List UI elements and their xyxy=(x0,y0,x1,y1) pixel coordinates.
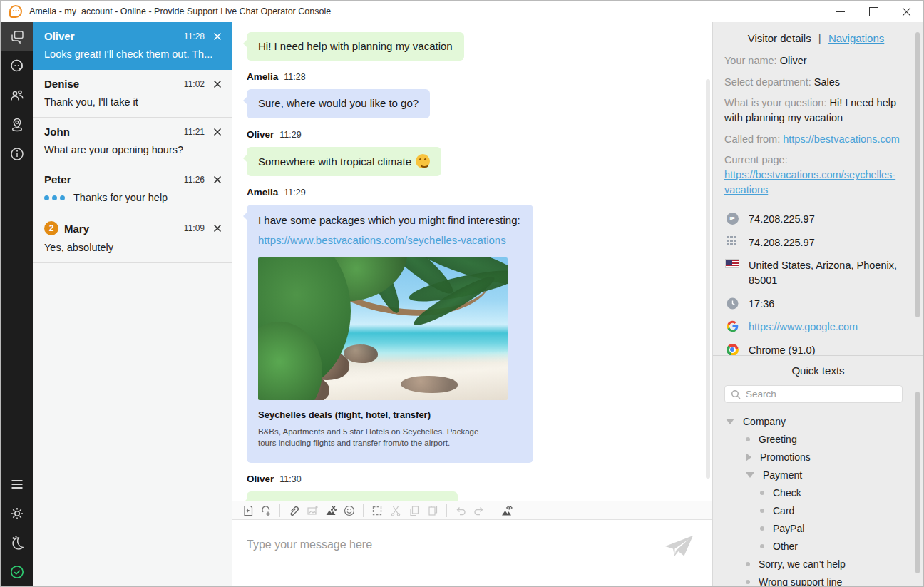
chat-time: 11:09 xyxy=(184,223,205,233)
tree-item-wrong-support-line[interactable]: Wrong support line xyxy=(724,573,912,586)
close-chat-icon[interactable] xyxy=(213,128,222,136)
bullet-icon xyxy=(760,509,764,513)
maximize-icon[interactable] xyxy=(869,7,878,16)
quick-texts-scrollbar[interactable] xyxy=(915,392,920,573)
chat-list-item-oliver[interactable]: Oliver 11:28 Looks great! I'll check the… xyxy=(33,22,232,70)
sidebar-item-operator[interactable] xyxy=(1,51,33,81)
tree-item-card[interactable]: Card xyxy=(724,501,912,519)
close-icon[interactable] xyxy=(902,7,910,16)
field-your-name: Your name: Oliver xyxy=(724,53,908,68)
info-icon xyxy=(9,146,26,163)
chat-list-item-peter[interactable]: Peter 11:26 Thanks for your help xyxy=(33,165,232,213)
chat-list-item-denise[interactable]: Denise 11:02 Thank you, I'll take it xyxy=(33,70,232,118)
field-question: What is your question: Hi! I need help w… xyxy=(724,96,908,126)
message-time: 11:30 xyxy=(279,474,301,484)
close-chat-icon[interactable] xyxy=(213,80,222,88)
link-preview-description: B&Bs, Apartments and 5 star Hotels on Se… xyxy=(258,426,493,449)
visitor-name: Peter xyxy=(44,173,71,185)
message-time: 11:28 xyxy=(284,72,305,82)
bullet-icon xyxy=(760,526,764,531)
chevron-collapsed-icon[interactable] xyxy=(746,453,751,461)
add-quick-text-icon[interactable] xyxy=(257,502,275,519)
visitor-details-scrollbar[interactable] xyxy=(915,32,920,317)
provide-support-logo-icon xyxy=(9,5,22,18)
icon-sidebar xyxy=(1,22,33,586)
message-author: Amelia xyxy=(247,71,278,82)
chat-list-item-john[interactable]: John 11:21 What are your opening hours? xyxy=(33,118,232,165)
chat-list: Oliver 11:28 Looks great! I'll check the… xyxy=(33,22,232,586)
moon-stars-icon xyxy=(9,534,26,551)
minimize-icon[interactable] xyxy=(836,7,845,16)
close-chat-icon[interactable] xyxy=(213,224,222,233)
tree-item-check[interactable]: Check xyxy=(724,484,912,501)
info-row-referrer: https://www.google.com xyxy=(724,320,908,335)
close-chat-icon[interactable] xyxy=(213,175,222,184)
send-message-icon[interactable] xyxy=(665,536,694,561)
tree-item-sorry-we-cant-help[interactable]: Sorry, we can’t help xyxy=(724,555,912,573)
close-chat-icon[interactable] xyxy=(213,32,222,41)
tree-item-promotions[interactable]: Promotions xyxy=(724,448,912,466)
menu-icon xyxy=(9,476,26,493)
send-screenshot-icon[interactable] xyxy=(322,502,340,519)
unread-count-badge: 2 xyxy=(44,221,58,235)
sidebar-item-chats[interactable] xyxy=(1,22,33,51)
visitor-details-panel: Visitor details | Navigations Your name:… xyxy=(713,22,923,355)
tree-item-payment[interactable]: Payment xyxy=(724,466,912,484)
ip-address-icon: IP xyxy=(724,213,740,225)
chat-time: 11:02 xyxy=(184,79,205,89)
paste-icon xyxy=(423,502,442,519)
chat-preview: What are your opening hours? xyxy=(44,144,222,155)
sidebar-item-dark-mode[interactable] xyxy=(1,528,33,557)
bullet-icon xyxy=(746,437,750,441)
message-meta: Amelia11:28 xyxy=(247,71,691,82)
info-row-location: United States, Arizona, Phoenix, 85001 xyxy=(724,258,908,288)
select-area-icon[interactable] xyxy=(368,502,386,519)
info-row-host: 74.208.225.97 xyxy=(724,235,908,250)
chat-time: 11:28 xyxy=(184,31,205,41)
attach-file-icon[interactable] xyxy=(284,502,303,519)
info-row-local-time: 17:36 xyxy=(724,297,908,312)
bullet-icon xyxy=(746,562,750,566)
send-image-icon xyxy=(303,502,322,519)
referrer-link[interactable]: https://www.google.com xyxy=(749,320,858,335)
field-current-page: Current page: https://bestvacations.com/… xyxy=(724,153,908,198)
search-input[interactable] xyxy=(746,389,888,399)
title-bar: Amelia - my_account - Online - Provide S… xyxy=(1,1,923,22)
tab-navigations[interactable]: Navigations xyxy=(828,32,884,44)
image-preview-icon[interactable] xyxy=(498,502,516,519)
visitor-message: Looks great! I'll check them out. Thanks xyxy=(247,491,458,501)
operator-message: Sure, where would you like to go? xyxy=(247,89,430,118)
tree-item-greeting[interactable]: Greeting xyxy=(724,430,912,448)
tree-item-company[interactable]: Company xyxy=(724,412,912,430)
chat-list-item-mary[interactable]: 2 Mary 11:09 Yes, absolutely xyxy=(33,213,232,263)
sidebar-item-info[interactable] xyxy=(1,139,33,168)
chevron-expanded-icon[interactable] xyxy=(746,472,754,478)
sidebar-item-geo-location[interactable] xyxy=(1,110,33,139)
sidebar-item-menu[interactable] xyxy=(1,469,33,499)
sidebar-item-online-status[interactable] xyxy=(1,557,33,586)
emoji-icon[interactable] xyxy=(340,502,359,519)
sidebar-item-settings[interactable] xyxy=(1,499,33,528)
message-meta: Oliver11:29 xyxy=(247,129,691,140)
insert-quick-text-icon[interactable] xyxy=(238,502,257,519)
message-input[interactable] xyxy=(247,538,660,551)
tree-item-paypal[interactable]: PayPal xyxy=(724,519,912,537)
sidebar-item-visitors[interactable] xyxy=(1,81,33,110)
chevron-expanded-icon[interactable] xyxy=(726,419,734,424)
conversation-scrollbar[interactable] xyxy=(706,79,710,479)
info-row-browser: Chrome (91.0) xyxy=(724,343,908,355)
vacation-link[interactable]: https://www.bestvacations.com/seychelles… xyxy=(258,233,520,247)
called-from-link[interactable]: https://bestvacations.com xyxy=(783,133,900,145)
quick-texts-search[interactable] xyxy=(724,385,903,403)
tree-item-other[interactable]: Other xyxy=(724,537,912,555)
chat-time: 11:26 xyxy=(184,175,205,185)
smiling-face-emoji-icon xyxy=(416,154,430,168)
online-check-icon xyxy=(9,563,26,581)
tab-visitor-details[interactable]: Visitor details xyxy=(748,32,811,44)
seychelles-beach-photo xyxy=(258,257,508,400)
gear-icon xyxy=(9,505,26,522)
current-page-link[interactable]: https://bestvacations.com/seychelles-vac… xyxy=(724,169,895,195)
chat-bubbles-icon xyxy=(9,29,26,46)
search-icon xyxy=(731,389,741,399)
typing-indicator xyxy=(44,195,65,200)
